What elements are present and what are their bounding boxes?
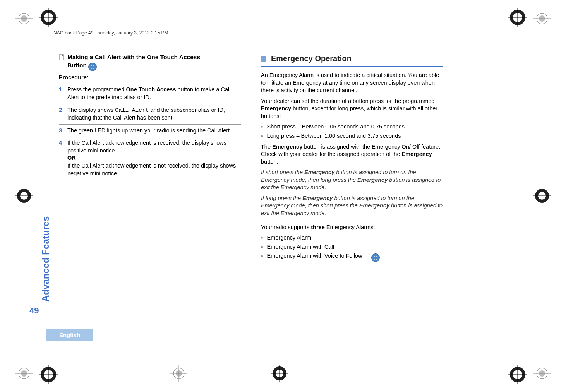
step-4: 4 If the Call Alert acknowledgement is r… <box>59 137 241 180</box>
paragraph: Your dealer can set the duration of a bu… <box>261 98 443 120</box>
bullet-dot-icon: • <box>261 243 263 251</box>
italic-note: If short press the Emergency button is a… <box>261 169 443 192</box>
step-3: 3 The green LED lights up when your radi… <box>59 125 241 137</box>
registration-target-icon <box>508 365 527 384</box>
crop-mark-icon <box>533 10 551 27</box>
radio-button-icon <box>371 253 380 262</box>
note-icon <box>59 54 64 60</box>
running-head: NAG.book Page 49 Thursday, January 3, 20… <box>53 30 168 36</box>
step-number: 2 <box>59 106 63 114</box>
step-number: 4 <box>59 139 63 147</box>
bullet-dot-icon: • <box>261 234 263 242</box>
procedure-label: Procedure: <box>59 74 241 82</box>
title-text: Making a Call Alert with the One Touch A… <box>67 53 200 70</box>
crop-mark-icon <box>170 365 187 382</box>
registration-target-icon <box>39 8 58 27</box>
bullet-dot-icon: • <box>261 252 263 261</box>
step-1: 1 Press the programmed One Touch Access … <box>59 84 241 104</box>
svg-rect-48 <box>59 55 64 60</box>
bullet-dot-icon: • <box>261 123 263 131</box>
page-content: Making a Call Alert with the One Touch A… <box>28 46 454 341</box>
crop-mark-icon <box>533 365 551 382</box>
bullet-item: • Short press – Between 0.05 seconds and… <box>261 123 443 131</box>
paragraph: The Emergency button is assigned with th… <box>261 143 443 166</box>
step-body: The green LED lights up when your radio … <box>67 127 241 135</box>
header-rule <box>53 37 459 37</box>
bullet-item: • Long press – Between 1.00 second and 3… <box>261 132 443 140</box>
crop-mark-icon <box>15 10 33 27</box>
subsection-title: Making a Call Alert with the One Touch A… <box>59 53 241 70</box>
crop-mark-icon <box>533 187 551 204</box>
step-number: 1 <box>59 86 63 94</box>
bullet-item: • Emergency Alarm with Voice to Follow <box>261 252 443 261</box>
step-number: 3 <box>59 127 63 135</box>
right-column: Emergency Operation An Emergency Alarm i… <box>261 53 443 262</box>
crop-mark-icon <box>15 365 33 382</box>
heading-text: Emergency Operation <box>271 53 352 64</box>
step-body: Press the programmed One Touch Access bu… <box>67 86 241 101</box>
crop-mark-icon <box>271 365 288 382</box>
bullet-dot-icon: • <box>261 132 263 140</box>
bullet-item: • Emergency Alarm with Call <box>261 243 443 251</box>
radio-button-icon <box>88 63 97 71</box>
step-body: The display shows Call Alert and the sub… <box>67 106 241 122</box>
registration-target-icon <box>39 365 58 384</box>
italic-note: If long press the Emergency button is as… <box>261 195 443 217</box>
registration-target-icon <box>508 8 527 27</box>
step-body: If the Call Alert acknowledgement is rec… <box>67 139 241 177</box>
step-2: 2 The display shows Call Alert and the s… <box>59 104 241 125</box>
left-column: Making a Call Alert with the One Touch A… <box>59 53 241 180</box>
section-heading: Emergency Operation <box>261 53 443 67</box>
bullet-item: • Emergency Alarm <box>261 234 443 242</box>
paragraph: Your radio supports three Emergency Alar… <box>261 224 443 231</box>
paragraph: An Emergency Alarm is used to indicate a… <box>261 72 443 94</box>
section-marker-icon <box>261 56 266 62</box>
